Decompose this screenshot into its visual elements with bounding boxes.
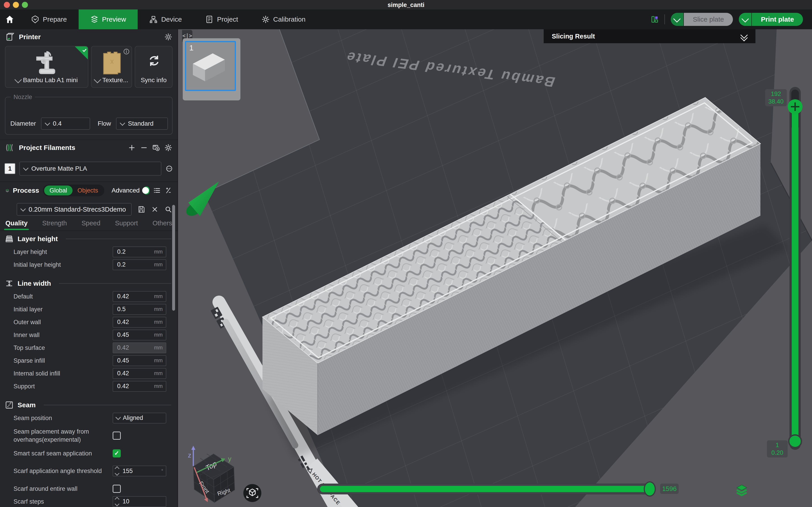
print-plate-button[interactable]: Print plate [752,13,803,26]
advanced-label: Advanced [111,187,140,194]
setting-checkbox[interactable] [113,432,121,440]
filament-icon [5,143,14,152]
svg-text:z: z [188,451,191,459]
plate-card[interactable]: Texture... [91,46,132,88]
compare-presets-icon[interactable] [164,187,172,194]
setting-spinner[interactable]: 10 [113,496,166,507]
collapse-panel-icon[interactable] [742,33,747,40]
filament-more-icon[interactable] [165,165,173,172]
setting-label: Smart scarf seam application [13,449,113,457]
setting-label: Inner wall [13,331,113,339]
setting-label: Internal solid infill [13,370,113,378]
param-tab-strength[interactable]: Strength [42,220,67,230]
delete-preset-icon[interactable] [151,206,159,213]
setting-input[interactable]: 0.2mm [113,259,166,270]
setting-row: Sparse infill0.45mm [0,354,177,367]
plate-photo [102,50,122,76]
window-title: simple_canti [0,2,812,9]
setting-row: Layer height0.2mm [0,245,177,258]
filament-settings-gear-icon[interactable] [164,144,172,152]
parameter-tab-list: QualityStrengthSpeedSupportOthers [5,220,172,230]
nozzle-panel-label: Nozzle [11,94,35,101]
selected-check-icon [74,46,88,60]
setting-input[interactable]: 0.42mm [113,317,166,328]
setting-input[interactable]: 0.42mm [113,381,166,392]
printer-card[interactable]: Bambu Lab A1 mini [5,46,88,88]
step-slider-handle[interactable] [644,481,656,497]
setting-select[interactable]: Aligned [113,413,166,424]
layer-view-icon[interactable] [736,485,747,496]
setting-input[interactable]: 0.42mm [113,368,166,379]
param-tab-support[interactable]: Support [115,220,138,230]
sync-icon [147,54,161,67]
setting-spinner[interactable]: 155° [113,465,166,476]
scope-objects-button[interactable]: Objects [72,187,103,194]
remove-filament-icon[interactable] [140,144,148,152]
tab-device[interactable]: Device [138,9,194,29]
ams-sync-icon[interactable] [152,144,160,152]
setting-label: Outer wall [13,318,113,326]
filament-select[interactable]: Overture Matte PLA [19,162,161,176]
viewport-3d[interactable]: Bambu Textured PEI Plate [178,29,812,507]
process-preset-select[interactable]: 0.20mm Standard-Strecs3Ddemo [17,203,132,216]
setting-label: Seam placement away from overhangs(exper… [13,428,113,444]
sync-info-card[interactable]: Sync info [135,46,172,88]
tab-calibration[interactable]: Calibration [250,9,317,29]
setting-row: Initial layer height0.2mm [0,258,177,271]
search-settings-icon[interactable] [164,206,172,213]
group-header-seam: Seam [0,398,177,411]
nozzle-row: Diameter 0.4 Flow Standard [10,117,168,130]
tab-preview[interactable]: Preview [79,9,138,29]
param-tab-speed[interactable]: Speed [82,220,100,230]
tab-project-label: Project [217,15,238,23]
orientation-cube[interactable]: Top Front Right z y [188,446,235,503]
setting-label: Scarf application angle threshold [13,467,113,475]
save-preset-icon[interactable] [138,206,145,213]
plate-info-icon[interactable] [123,48,130,55]
plate-thumbnail-number: 1 [189,44,194,52]
setting-input[interactable]: 0.45mm [113,330,166,340]
param-tab-others[interactable]: Others [153,220,172,230]
tab-prepare[interactable]: Prepare [19,9,79,29]
filament-row: 1 Overture Matte PLA [4,162,173,176]
plate-layout-icon[interactable] [651,15,659,23]
setting-input[interactable]: 0.45mm [113,355,166,366]
add-filament-icon[interactable] [128,144,136,152]
slicing-result-panel[interactable]: Slicing Result [544,29,755,43]
setting-input[interactable]: 0.2mm [113,246,166,257]
plate-thumbnail[interactable]: 1 [183,38,240,100]
nozzle-flow-select[interactable]: Standard [116,117,168,130]
scope-global-button[interactable]: Global [44,185,72,195]
printer-icon [5,33,14,42]
sidebar-scrollbar[interactable] [172,205,175,311]
home-button[interactable] [0,9,19,29]
printer-card-label: Bambu Lab A1 mini [5,76,88,84]
fit-view-button[interactable] [243,484,261,502]
layer-slider-fill [792,107,799,441]
printer-settings-gear-icon[interactable] [164,33,172,41]
tab-device-label: Device [161,15,182,23]
advanced-toggle[interactable] [143,186,150,194]
slice-plate-dropdown[interactable] [671,13,683,26]
printer-section-header: Printer [0,30,177,44]
nozzle-diameter-select[interactable]: 0.4 [41,117,90,130]
setting-input[interactable]: 0.5mm [113,304,166,315]
setting-checkbox[interactable]: ✓ [113,449,121,457]
printer-photo [30,50,64,77]
group-header-line-width: Line width [0,277,177,290]
filament-slot-number: 1 [4,163,15,174]
setting-label: Sparse infill [13,357,113,365]
tab-project[interactable]: Project [194,9,250,29]
print-plate-dropdown[interactable] [739,13,751,26]
slice-plate-button[interactable]: Slice plate [684,13,733,26]
setting-label: Scarf around entire wall [13,485,113,493]
setting-checkbox[interactable] [113,485,121,493]
setting-input[interactable]: 0.42mm [113,291,166,302]
param-tab-quality[interactable]: Quality [5,220,28,230]
setting-row: Smart scarf seam application✓ [0,447,177,460]
setting-row: Internal solid infill0.42mm [0,367,177,380]
tabbar-right-controls: Slice plate Print plate [651,9,803,29]
view-all-settings-icon[interactable] [153,187,161,194]
setting-row: Initial layer0.5mm [0,303,177,316]
scene-3d: Bambu Textured PEI Plate [178,29,812,507]
